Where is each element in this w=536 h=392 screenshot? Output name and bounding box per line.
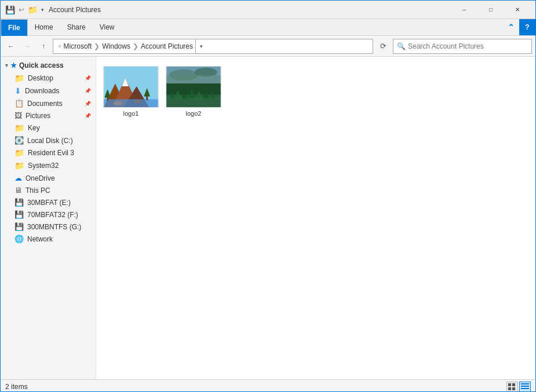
undo-icon: ↩ [19,6,24,14]
title-bar: 💾 ↩ 📁 ▾ Account Pictures – □ ✕ [1,1,535,19]
sidebar-system32-label: System32 [28,162,59,170]
address-path[interactable]: » Microsoft ❯ Windows ❯ Account Pictures… [53,39,373,54]
maximize-button[interactable]: □ [477,1,504,19]
svg-rect-5 [104,99,158,107]
file-area: logo1 [96,57,535,379]
svg-rect-32 [521,383,529,384]
svg-rect-29 [512,383,515,386]
svg-rect-26 [166,100,220,100]
sidebar-network-label: Network [27,235,53,243]
file-thumbnail-logo2 [166,66,221,108]
network-icon: 🌐 [14,235,24,243]
details-view-button[interactable] [519,382,531,392]
desktop-folder-icon: 📁 [14,74,24,83]
pin-icon3: 📌 [85,101,91,107]
path-windows[interactable]: Windows [102,42,130,50]
this-pc-icon: 🖥 [14,186,22,195]
drive-c-icon: 💽 [14,136,24,145]
sidebar-item-resident-evil[interactable]: 📁 Resident Evil 3 [1,146,96,159]
back-button[interactable]: ← [4,39,18,53]
sidebar-item-onedrive[interactable]: ☁ OneDrive [1,172,96,184]
address-bar: ← → ↑ » Microsoft ❯ Windows ❯ Account Pi… [1,36,535,57]
sidebar-key-label: Key [28,124,40,132]
svg-rect-25 [166,97,220,98]
svg-rect-34 [521,388,529,389]
pictures-icon: 🖼 [14,111,22,120]
search-box[interactable]: 🔍 [393,39,532,54]
search-icon: 🔍 [397,42,406,50]
svg-rect-28 [508,383,511,386]
tab-home[interactable]: Home [28,19,60,35]
title-bar-icons: 💾 ↩ 📁 ▾ [5,5,44,14]
sidebar-drive-f-label: 70MBFAT32 (F:) [27,211,78,219]
ribbon-tabs: File Home Share View ⌃ ? [1,19,535,35]
svg-rect-33 [521,386,529,387]
sidebar-item-drive-f[interactable]: 💾 70MBFAT32 (F:) [1,208,96,221]
sidebar-item-network[interactable]: 🌐 Network [1,233,96,245]
file-name-logo2: logo2 [186,110,202,117]
svg-rect-27 [166,102,220,102]
tab-view[interactable]: View [93,19,122,35]
refresh-button[interactable]: ⟳ [375,39,391,54]
documents-icon: 📋 [14,99,24,108]
sidebar-desktop-label: Desktop [28,74,53,82]
view-toggle [506,382,531,392]
sidebar-this-pc-label: This PC [25,186,50,195]
file-item-logo2[interactable]: logo2 [165,63,223,120]
sidebar-quick-access-label: ★ [10,61,17,69]
downloads-icon: ⬇ [14,86,21,96]
pin-icon4: 📌 [85,113,91,119]
status-bar: 2 items [1,379,535,392]
sidebar-item-local-disk[interactable]: 💽 Local Disk (C:) [1,134,96,146]
svg-rect-31 [512,387,515,390]
drive-e-icon: 💾 [14,198,24,207]
sidebar-item-desktop[interactable]: 📁 Desktop 📌 [1,72,96,85]
key-folder-icon: 📁 [14,123,24,133]
folder-icon: 📁 [28,5,38,14]
thumbnails-view-button[interactable] [506,382,518,392]
sidebar-item-drive-e[interactable]: 💾 30MBFAT (E:) [1,196,96,208]
sidebar-re3-label: Resident Evil 3 [28,149,74,157]
forward-button[interactable]: → [20,39,34,53]
pin-icon2: 📌 [85,88,91,94]
sidebar-drive-e-label: 30MBFAT (E:) [27,199,71,207]
sidebar-documents-label: Documents [27,100,63,108]
pin-icon: 📌 [85,75,91,81]
tab-share[interactable]: Share [60,19,93,35]
sidebar-item-documents[interactable]: 📋 Documents 📌 [1,97,96,109]
svg-rect-30 [508,387,511,390]
path-microsoft[interactable]: Microsoft [64,42,92,50]
dropdown-icon[interactable]: ▾ [41,7,44,13]
sys32-folder-icon: 📁 [14,161,24,170]
path-account-pictures[interactable]: Account Pictures [141,42,193,50]
sidebar: ▾ ★ Quick access 📁 Desktop 📌 ⬇ Downloads… [1,57,96,379]
main-area: ▾ ★ Quick access 📁 Desktop 📌 ⬇ Downloads… [1,57,535,379]
search-input[interactable] [408,42,528,50]
minimize-button[interactable]: – [451,1,477,19]
sidebar-item-drive-g[interactable]: 💾 300MBNTFS (G:) [1,221,96,233]
sidebar-pictures-label: Pictures [25,112,50,120]
sidebar-quick-access[interactable]: ▾ ★ Quick access [1,59,96,72]
sidebar-item-downloads[interactable]: ⬇ Downloads 📌 [1,85,96,97]
file-item-logo1[interactable]: logo1 [102,63,160,120]
sidebar-item-this-pc[interactable]: 🖥 This PC [1,184,96,196]
quick-access-chevron-icon: ▾ [5,63,8,68]
svg-point-7 [134,100,141,103]
tab-file[interactable]: File [1,19,28,36]
path-dropdown-button[interactable]: ▾ [195,39,207,54]
help-button[interactable]: ? [519,19,535,35]
quick-access-icon: 💾 [5,5,15,14]
sidebar-drive-g-label: 300MBNTFS (G:) [27,223,81,231]
sidebar-item-system32[interactable]: 📁 System32 [1,159,96,172]
ribbon-collapse-button[interactable]: ⌃ [503,19,519,35]
sidebar-item-pictures[interactable]: 🖼 Pictures 📌 [1,109,96,122]
close-button[interactable]: ✕ [504,1,531,19]
window-title: Account Pictures [49,6,451,14]
sidebar-item-key[interactable]: 📁 Key [1,122,96,134]
path-chevron-icon: » [58,43,61,49]
window-controls: – □ ✕ [451,1,531,19]
drive-g-icon: 💾 [14,222,24,231]
up-button[interactable]: ↑ [37,39,50,53]
ribbon: File Home Share View ⌃ ? [1,19,535,36]
file-name-logo1: logo1 [123,110,139,117]
